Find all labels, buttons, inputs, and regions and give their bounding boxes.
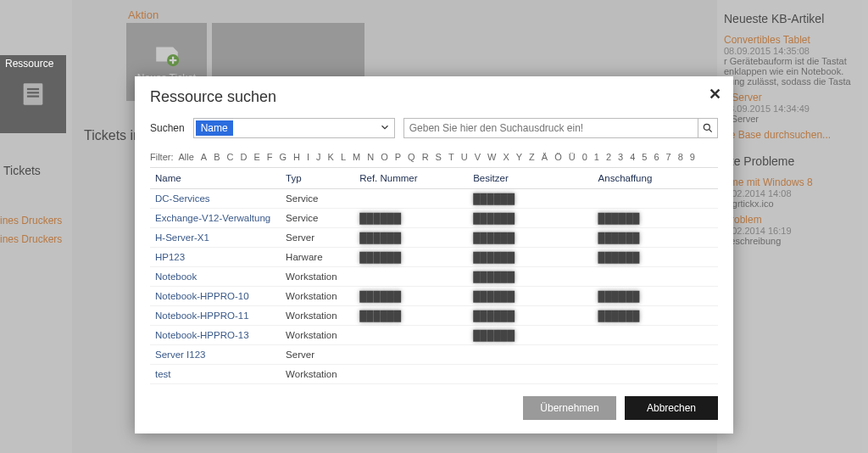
col-name[interactable]: Name	[150, 168, 281, 189]
filter-item[interactable]: P	[392, 152, 404, 162]
filter-item[interactable]: M	[349, 152, 364, 162]
filter-item[interactable]: 0	[579, 152, 591, 162]
filter-item[interactable]: 8	[675, 152, 687, 162]
table-row[interactable]: H-Server-X1Server██████████████████	[150, 228, 718, 248]
filter-item[interactable]: Ü	[565, 152, 579, 162]
table-row[interactable]: HP123Harware██████████████████	[150, 248, 718, 267]
filter-item[interactable]: U	[458, 152, 471, 162]
search-field-combo[interactable]: Name	[193, 118, 395, 138]
table-row[interactable]: DC-ServicesService██████	[150, 189, 718, 209]
filter-item[interactable]: E	[250, 152, 263, 162]
filter-item[interactable]: V	[471, 152, 484, 162]
filter-item[interactable]: 1	[591, 152, 603, 162]
combo-value: Name	[196, 120, 233, 136]
filter-item[interactable]: K	[325, 152, 337, 162]
chevron-down-icon[interactable]	[379, 121, 391, 136]
filter-item[interactable]: Ö	[551, 152, 565, 162]
filter-item[interactable]: H	[290, 152, 303, 162]
results-table: Name Typ Ref. Nummer Besitzer Anschaffun…	[150, 167, 718, 384]
resource-tab-label: Ressource	[5, 58, 53, 70]
table-row[interactable]: Notebook-HPPRO-10Workstation████████████…	[150, 287, 718, 306]
filter-item[interactable]: T	[445, 152, 458, 162]
col-anschaffung[interactable]: Anschaffung	[593, 168, 718, 189]
filter-item[interactable]: 2	[603, 152, 615, 162]
filter-item[interactable]: W	[484, 152, 499, 162]
table-row[interactable]: Server I123Server	[150, 345, 718, 365]
search-icon[interactable]	[698, 119, 717, 137]
filter-item[interactable]: C	[224, 152, 237, 162]
cancel-button[interactable]: Abbrechen	[625, 396, 718, 420]
filter-item[interactable]: 5	[638, 152, 650, 162]
filter-item[interactable]: S	[432, 152, 445, 162]
filter-item[interactable]: Q	[404, 152, 419, 162]
filter-item[interactable]: L	[337, 152, 349, 162]
dialog-title: Ressource suchen	[150, 88, 718, 106]
search-label: Suchen	[150, 122, 185, 134]
filter-item[interactable]: 6	[650, 152, 662, 162]
filter-item[interactable]: D	[236, 152, 250, 162]
col-typ[interactable]: Typ	[281, 168, 354, 189]
table-row[interactable]: Notebook-HPPRO-13Workstation██████	[150, 326, 718, 345]
filter-item[interactable]: N	[364, 152, 377, 162]
filter-item[interactable]: R	[419, 152, 432, 162]
close-icon[interactable]: ✕	[709, 85, 721, 103]
table-row[interactable]: NotebookWorkstation██████	[150, 267, 718, 287]
filter-item[interactable]: Y	[513, 152, 526, 162]
table-row[interactable]: Notebook-HPPRO-11Workstation████████████…	[150, 306, 718, 326]
search-input[interactable]	[404, 122, 698, 134]
table-row[interactable]: Exchange-V12-VerwaltungService██████████…	[150, 209, 718, 228]
filter-item[interactable]: 7	[663, 152, 675, 162]
resource-search-dialog: ✕ Ressource suchen Suchen Name Filter: A…	[135, 76, 733, 433]
col-besitzer[interactable]: Besitzer	[468, 168, 593, 189]
filter-item[interactable]: Ä	[538, 152, 551, 162]
filter-item[interactable]: F	[264, 152, 276, 162]
filter-item[interactable]: 9	[687, 152, 698, 162]
filter-item[interactable]: X	[499, 152, 512, 162]
filter-item[interactable]: G	[276, 152, 291, 162]
filter-item[interactable]: Z	[526, 152, 538, 162]
filter-item[interactable]: B	[210, 152, 223, 162]
search-expression-field[interactable]	[403, 118, 718, 138]
filter-item[interactable]: A	[198, 152, 210, 162]
filter-item[interactable]: J	[313, 152, 325, 162]
filter-item[interactable]: Alle	[175, 152, 198, 162]
filter-item[interactable]: O	[377, 152, 392, 162]
filter-label: Filter:	[150, 152, 174, 162]
apply-button[interactable]: Übernehmen	[523, 396, 616, 420]
svg-point-5	[704, 124, 710, 130]
modal-overlay: ✕ Ressource suchen Suchen Name Filter: A…	[0, 0, 868, 453]
table-row[interactable]: testWorkstation	[150, 365, 718, 384]
filter-item[interactable]: 4	[626, 152, 638, 162]
col-ref[interactable]: Ref. Nummer	[354, 168, 468, 189]
filter-item[interactable]: I	[303, 152, 313, 162]
filter-bar: Filter: AlleABCDEFGHIJKLMNOPQRSTUVWXYZÄÖ…	[150, 152, 718, 162]
filter-item[interactable]: 3	[615, 152, 626, 162]
